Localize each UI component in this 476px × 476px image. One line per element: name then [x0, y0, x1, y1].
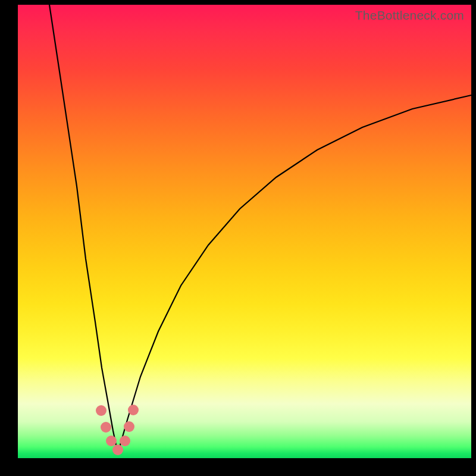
curve-layer — [18, 5, 471, 458]
chart-frame: TheBottleneck.com — [0, 0, 476, 476]
marker-dot — [96, 405, 107, 416]
curve-left-branch — [49, 5, 118, 453]
marker-dot — [101, 422, 111, 433]
marker-dot — [112, 444, 123, 455]
marker-dot — [124, 421, 134, 432]
plot-area: TheBottleneck.com — [18, 5, 471, 458]
marker-dot — [106, 436, 117, 446]
marker-dot — [128, 405, 139, 415]
marker-dot — [120, 436, 130, 446]
curve-right-branch — [118, 95, 471, 453]
